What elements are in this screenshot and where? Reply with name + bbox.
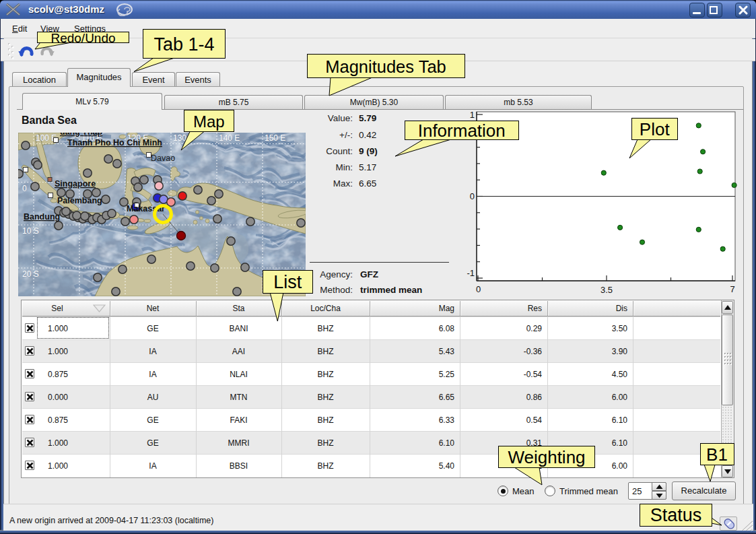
- svg-text:Bandung: Bandung: [24, 212, 60, 222]
- svg-text:0: 0: [22, 184, 27, 193]
- svg-text:3.5: 3.5: [600, 285, 613, 295]
- svg-text:Singapore: Singapore: [55, 179, 96, 189]
- svg-text:-1: -1: [467, 268, 475, 278]
- svg-text:7: 7: [730, 284, 734, 294]
- svg-text:0: 0: [476, 284, 481, 294]
- svg-text:Thanh Pho Ho Chi Minh: Thanh Pho Ho Chi Minh: [67, 138, 162, 147]
- svg-text:20 S: 20 S: [22, 269, 39, 279]
- svg-text:140 E: 140 E: [219, 133, 240, 143]
- svg-text:Palembang: Palembang: [57, 196, 102, 205]
- svg-text:10 S: 10 S: [22, 226, 39, 236]
- svg-text:Davao: Davao: [151, 154, 175, 163]
- svg-text:0: 0: [470, 191, 475, 201]
- svg-text:1: 1: [470, 110, 475, 120]
- svg-text:uang Thap: uang Thap: [60, 133, 103, 137]
